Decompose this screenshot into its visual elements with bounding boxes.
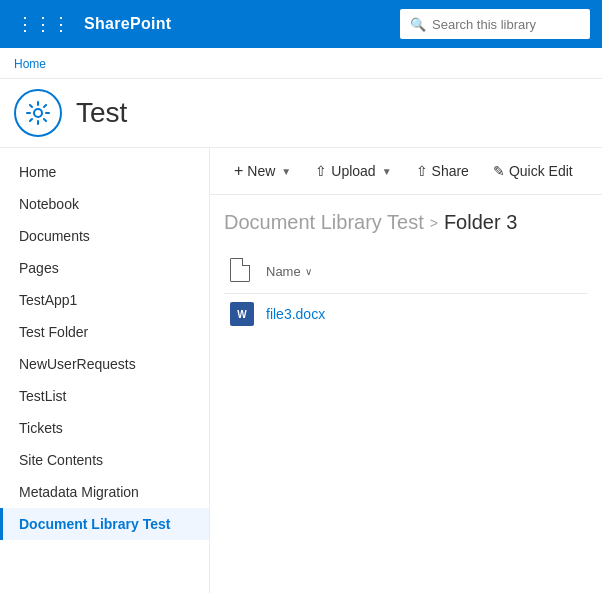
upload-label: Upload (331, 163, 375, 179)
name-col-label[interactable]: Name (266, 264, 301, 279)
new-chevron-icon: ▼ (281, 166, 291, 177)
col-icon (224, 250, 260, 294)
sidebar-item-testapp1[interactable]: TestApp1 (0, 284, 209, 316)
sidebar-item-notebook[interactable]: Notebook (0, 188, 209, 220)
folder-path: Document Library Test > Folder 3 (224, 211, 588, 234)
site-title: Test (76, 97, 127, 129)
upload-button[interactable]: ⇧ Upload ▼ (305, 157, 401, 185)
file-type-header-icon (230, 258, 250, 282)
sidebar-item-site-contents[interactable]: Site Contents (0, 444, 209, 476)
library-path-link[interactable]: Document Library Test (224, 211, 424, 234)
breadcrumb-bar: Home (0, 48, 602, 79)
sidebar-item-tickets[interactable]: Tickets (0, 412, 209, 444)
file-area: Document Library Test > Folder 3 Name ∨ (210, 195, 602, 350)
sidebar-item-pages[interactable]: Pages (0, 252, 209, 284)
current-folder-name: Folder 3 (444, 211, 517, 234)
site-header: Test (0, 79, 602, 148)
share-icon: ⇧ (416, 163, 428, 179)
waffle-icon[interactable]: ⋮⋮⋮ (12, 9, 74, 39)
file-type-icon-cell: W (224, 294, 260, 335)
quickedit-button[interactable]: ✎ Quick Edit (483, 157, 583, 185)
new-label: New (247, 163, 275, 179)
breadcrumb-home[interactable]: Home (14, 57, 46, 71)
sidebar-item-documents[interactable]: Documents (0, 220, 209, 252)
site-icon (14, 89, 62, 137)
content-area: + New ▼ ⇧ Upload ▼ ⇧ Share ✎ Quick Edit … (210, 148, 602, 593)
sidebar-item-document-library-test[interactable]: Document Library Test (0, 508, 209, 540)
sidebar-item-metadata-migration[interactable]: Metadata Migration (0, 476, 209, 508)
share-button[interactable]: ⇧ Share (406, 157, 479, 185)
quickedit-label: Quick Edit (509, 163, 573, 179)
gear-icon (25, 100, 51, 126)
main-layout: HomeNotebookDocumentsPagesTestApp1Test F… (0, 148, 602, 593)
sidebar-item-newuserrequests[interactable]: NewUserRequests (0, 348, 209, 380)
sidebar: HomeNotebookDocumentsPagesTestApp1Test F… (0, 148, 210, 593)
upload-chevron-icon: ▼ (382, 166, 392, 177)
svg-point-0 (34, 109, 42, 117)
search-input[interactable] (432, 17, 580, 32)
docx-icon: W (230, 302, 254, 326)
top-bar: ⋮⋮⋮ SharePoint 🔍 (0, 0, 602, 48)
sidebar-item-testlist[interactable]: TestList (0, 380, 209, 412)
search-box: 🔍 (400, 9, 590, 39)
sidebar-item-home[interactable]: Home (0, 156, 209, 188)
plus-icon: + (234, 162, 243, 180)
file-name[interactable]: file3.docx (260, 294, 588, 335)
new-button[interactable]: + New ▼ (224, 156, 301, 186)
search-icon: 🔍 (410, 17, 426, 32)
sidebar-item-test-folder[interactable]: Test Folder (0, 316, 209, 348)
share-label: Share (432, 163, 469, 179)
path-chevron-icon: > (430, 215, 438, 231)
toolbar: + New ▼ ⇧ Upload ▼ ⇧ Share ✎ Quick Edit (210, 148, 602, 195)
quickedit-icon: ✎ (493, 163, 505, 179)
table-row[interactable]: Wfile3.docx (224, 294, 588, 335)
sharepoint-logo: SharePoint (84, 15, 171, 33)
sort-icon[interactable]: ∨ (305, 266, 312, 277)
upload-icon: ⇧ (315, 163, 327, 179)
col-name: Name ∨ (260, 250, 588, 294)
file-list: Name ∨ Wfile3.docx (224, 250, 588, 334)
